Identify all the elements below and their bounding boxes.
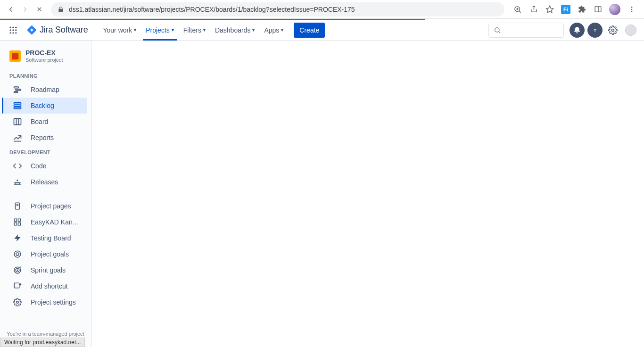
releases-icon	[13, 177, 22, 187]
bookmark-star-icon[interactable]	[545, 5, 554, 14]
nav-filters-label: Filters	[183, 26, 201, 34]
reports-icon	[13, 133, 22, 142]
sidebar-item-board[interactable]: Board	[2, 114, 87, 130]
sidebar-item-label: Project pages	[31, 202, 71, 210]
svg-point-26	[612, 29, 614, 31]
sidebar-item-add-shortcut[interactable]: Add shortcut	[2, 278, 87, 294]
browser-profile-avatar[interactable]	[609, 4, 620, 15]
svg-rect-52	[14, 283, 19, 288]
sidebar-item-reports[interactable]: Reports	[2, 130, 87, 146]
address-bar[interactable]: dss1.atlassian.net/jira/software/project…	[51, 2, 504, 17]
zoom-icon[interactable]	[513, 5, 522, 14]
svg-point-22	[495, 27, 499, 32]
board-icon	[13, 117, 22, 126]
share-icon[interactable]	[529, 5, 538, 14]
top-navigation: Your work ▾ Projects ▾ Filters ▾ Dashboa…	[98, 20, 288, 40]
svg-point-55	[17, 301, 19, 304]
svg-rect-42	[18, 219, 21, 221]
project-header[interactable]: PROC-EX Software project	[0, 49, 91, 69]
sidebar-item-label: Backlog	[31, 102, 54, 109]
project-name: PROC-EX	[25, 49, 63, 57]
search-input[interactable]	[488, 23, 564, 38]
extension-fi-icon[interactable]: Fi	[561, 5, 570, 14]
svg-rect-27	[14, 87, 19, 88]
sidebar-item-testing-board[interactable]: Testing Board	[2, 230, 87, 246]
forward-icon[interactable]	[21, 5, 29, 14]
sidebar-item-label: EasyKAD Kanban Boa...	[31, 218, 82, 226]
gear-icon	[13, 297, 22, 307]
sidebar-item-backlog[interactable]: Backlog	[2, 98, 87, 114]
svg-point-12	[631, 11, 633, 12]
sidebar-item-easykad[interactable]: EasyKAD Kanban Boa...	[2, 214, 87, 230]
settings-icon[interactable]	[605, 23, 620, 38]
nav-filters[interactable]: Filters ▾	[179, 20, 210, 40]
jira-logo[interactable]: Jira Software	[23, 25, 91, 35]
sidebar-item-releases[interactable]: Releases	[2, 174, 87, 190]
profile-avatar[interactable]	[623, 23, 638, 38]
grid-icon	[13, 217, 22, 227]
roadmap-icon	[13, 85, 22, 94]
sidebar-item-label: Sprint goals	[31, 266, 66, 274]
create-button[interactable]: Create	[294, 23, 325, 38]
jira-logo-icon	[26, 25, 37, 35]
sidebar-item-label: Releases	[31, 178, 58, 186]
svg-point-11	[631, 8, 633, 10]
sidebar-item-label: Project goals	[31, 250, 69, 258]
target-icon	[13, 249, 22, 259]
lock-icon	[58, 6, 64, 13]
sidebar-item-project-settings[interactable]: Project settings	[2, 294, 87, 310]
svg-rect-31	[14, 105, 21, 106]
sidebar-item-label: Testing Board	[31, 234, 71, 242]
browser-status-bar: Waiting for prod.easykad.net...	[0, 338, 85, 347]
backlog-icon	[13, 101, 22, 110]
section-development: DEVELOPMENT	[0, 146, 91, 158]
browser-toolbar: dss1.atlassian.net/jira/software/project…	[0, 0, 644, 19]
svg-rect-32	[14, 107, 21, 108]
sidebar-item-label: Project settings	[31, 298, 76, 306]
project-avatar-icon	[9, 50, 21, 62]
svg-marker-45	[14, 235, 21, 242]
svg-point-19	[10, 32, 11, 33]
nav-projects[interactable]: Projects ▾	[141, 20, 179, 40]
side-panel-icon[interactable]	[593, 5, 603, 14]
team-managed-text: You're in a team-managed project	[0, 331, 91, 337]
nav-your-work[interactable]: Your work ▾	[98, 20, 141, 40]
add-shortcut-icon	[13, 281, 22, 291]
extensions-icon[interactable]	[577, 5, 586, 14]
nav-apps[interactable]: Apps ▾	[259, 20, 288, 40]
status-text: Waiting for prod.easykad.net...	[4, 339, 81, 346]
sidebar-item-code[interactable]: Code	[2, 158, 87, 174]
back-icon[interactable]	[7, 5, 15, 14]
nav-dashboards[interactable]: Dashboards ▾	[210, 20, 260, 40]
sidebar-item-label: Board	[31, 118, 48, 125]
nav-projects-label: Projects	[146, 26, 170, 34]
chevron-down-icon: ▾	[252, 27, 255, 33]
sidebar-item-label: Roadmap	[31, 86, 59, 93]
sidebar-item-project-goals[interactable]: Project goals	[2, 246, 87, 262]
help-icon[interactable]: ?	[587, 23, 603, 38]
sidebar-item-label: Reports	[31, 134, 54, 141]
stop-icon[interactable]	[35, 5, 43, 14]
svg-rect-29	[14, 91, 18, 93]
svg-point-13	[10, 26, 11, 28]
nav-dashboards-label: Dashboards	[215, 26, 251, 34]
svg-point-16	[10, 29, 11, 31]
app-switcher-icon[interactable]	[6, 23, 21, 38]
sidebar-item-sprint-goals[interactable]: Sprint goals	[2, 262, 87, 278]
svg-marker-7	[546, 6, 553, 12]
topbar-right-icons: ?	[570, 23, 638, 38]
svg-point-50	[17, 270, 18, 271]
bullseye-icon	[13, 265, 22, 275]
lightning-icon	[13, 233, 22, 243]
browser-menu-icon[interactable]	[627, 5, 636, 14]
chevron-down-icon: ▾	[281, 27, 283, 33]
sidebar-item-project-pages[interactable]: Project pages	[2, 198, 87, 214]
sidebar-item-label: Code	[31, 162, 46, 170]
svg-rect-41	[14, 219, 17, 221]
jira-logo-text: Jira Software	[40, 25, 88, 35]
code-icon	[13, 161, 22, 171]
sidebar-item-roadmap[interactable]: Roadmap	[2, 82, 87, 98]
notifications-icon[interactable]	[570, 23, 585, 38]
jira-topbar: Jira Software Your work ▾ Projects ▾ Fil…	[0, 20, 644, 41]
search-icon	[494, 26, 501, 34]
